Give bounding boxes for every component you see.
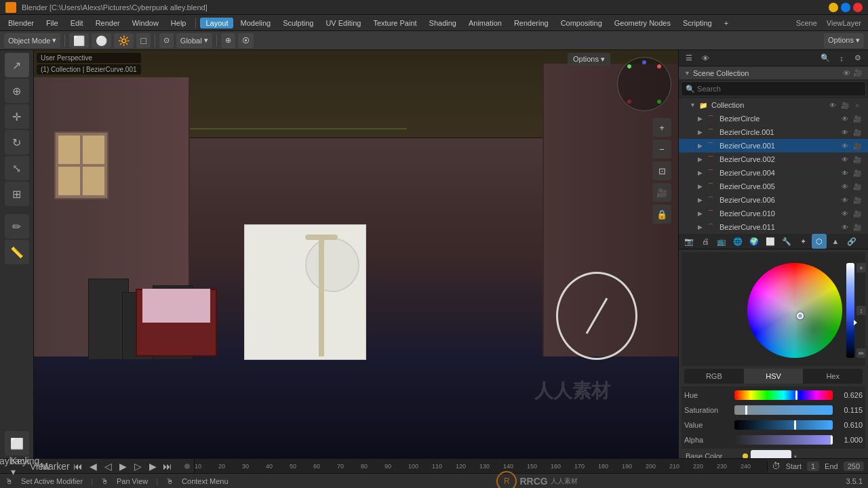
- item-cam-btn-9[interactable]: 🎥: [852, 222, 863, 232]
- viewport-options[interactable]: Options ▾: [568, 53, 610, 66]
- prop-icon-render[interactable]: 📷: [682, 234, 696, 249]
- viewport-shading-wireframe[interactable]: □: [136, 33, 150, 48]
- tab-rgb[interactable]: RGB: [684, 369, 744, 384]
- prop-icon-scene[interactable]: 🌐: [730, 234, 745, 249]
- item-eye-btn-4[interactable]: 👁: [840, 154, 850, 165]
- item-cam-btn-6[interactable]: 🎥: [852, 181, 863, 192]
- zoom-in-button[interactable]: +: [652, 118, 671, 137]
- gizmo-yn-axis[interactable]: [657, 100, 661, 104]
- hue-slider[interactable]: [734, 390, 833, 400]
- jump-end-button[interactable]: ⏭: [161, 461, 174, 472]
- outliner-item-beziercurve-004[interactable]: ▶ ⌒ BezierCurve.004 👁 🎥: [679, 166, 868, 180]
- menu-add-workspace[interactable]: +: [719, 18, 734, 28]
- outliner-icon-filter[interactable]: ☰: [682, 51, 696, 66]
- viewport-gizmos[interactable]: [617, 57, 671, 111]
- menu-sculpting[interactable]: Sculpting: [277, 18, 319, 28]
- item-cam-btn-7[interactable]: 🎥: [852, 195, 863, 205]
- item-cam-btn-3[interactable]: 🎥: [852, 140, 863, 151]
- start-value[interactable]: 1: [807, 462, 819, 471]
- viewport[interactable]: 人人素材 User Perspective (1) Collection | B…: [34, 50, 678, 458]
- collection-camera-btn[interactable]: 🎥: [840, 100, 850, 110]
- outliner-item-beziercircle-001[interactable]: ▶ ⌒ BezierCircle.001 👁 🎥: [679, 125, 868, 139]
- menu-texture-paint[interactable]: Texture Paint: [368, 18, 422, 28]
- base-color-dot[interactable]: [743, 453, 748, 459]
- gizmo-xn-axis[interactable]: [627, 100, 631, 104]
- overlay-options[interactable]: Options ▾: [824, 33, 864, 48]
- tab-hex[interactable]: Hex: [803, 369, 863, 384]
- item-eye-btn-7[interactable]: 👁: [840, 195, 850, 205]
- menu-render[interactable]: Render: [90, 18, 125, 28]
- prop-icon-output[interactable]: 🖨: [698, 234, 713, 249]
- close-button[interactable]: [853, 3, 863, 12]
- options-button[interactable]: Options ▾: [568, 53, 610, 66]
- item-eye-btn-3[interactable]: 👁: [840, 140, 850, 151]
- item-eye-btn-6[interactable]: 👁: [840, 181, 850, 192]
- item-cam-btn-4[interactable]: 🎥: [852, 154, 863, 165]
- proportional-edit[interactable]: ⦿: [238, 33, 254, 48]
- menu-rendering[interactable]: Rendering: [509, 18, 554, 28]
- base-color-more[interactable]: •: [794, 452, 804, 459]
- end-value[interactable]: 250: [844, 462, 864, 471]
- menu-animation[interactable]: Animation: [463, 18, 507, 28]
- color-wheel-outer[interactable]: + ↕ ✏: [747, 263, 842, 358]
- item-cam-btn-8[interactable]: 🎥: [852, 208, 863, 219]
- item-eye-btn-9[interactable]: 👁: [840, 222, 850, 232]
- outliner-item-beziercurve-005[interactable]: ▶ ⌒ BezierCurve.005 👁 🎥: [679, 180, 868, 193]
- outliner-item-beziercurve-010[interactable]: ▶ ⌒ BezierCurve.010 👁 🎥: [679, 207, 868, 220]
- gizmo-y-axis[interactable]: [627, 64, 631, 68]
- base-color-swatch[interactable]: [751, 450, 791, 459]
- sidebar-select-tool[interactable]: ↗: [5, 53, 29, 77]
- outliner-icon-search[interactable]: 🔍: [818, 51, 833, 66]
- color-extra-btn-3[interactable]: ✏: [856, 348, 866, 358]
- outliner-item-beziercurve-011[interactable]: ▶ ⌒ BezierCurve.011 👁 🎥: [679, 220, 868, 234]
- menu-file[interactable]: File: [41, 18, 64, 28]
- zoom-out-button[interactable]: −: [652, 140, 671, 159]
- prop-icon-modifier[interactable]: 🔧: [779, 234, 794, 249]
- gizmo-x-axis[interactable]: [657, 64, 661, 68]
- collection-eye-btn[interactable]: 👁: [827, 100, 838, 110]
- snap-toggle[interactable]: ⊕: [221, 33, 235, 48]
- item-cam-btn-2[interactable]: 🎥: [852, 127, 863, 138]
- item-eye-btn-2[interactable]: 👁: [840, 127, 850, 138]
- color-value-strip[interactable]: [846, 263, 854, 358]
- prop-icon-world[interactable]: 🌍: [747, 234, 762, 249]
- minimize-button[interactable]: [829, 3, 838, 12]
- prev-keyframe-button[interactable]: ◁: [102, 461, 114, 472]
- sidebar-transform-tool[interactable]: ⊞: [5, 182, 29, 206]
- prop-icon-constraints[interactable]: 🔗: [844, 234, 859, 249]
- prop-icon-view[interactable]: 📺: [714, 234, 729, 249]
- value-slider[interactable]: [734, 420, 833, 430]
- marker-dropdown[interactable]: Marker: [49, 461, 61, 472]
- menu-modeling[interactable]: Modeling: [235, 18, 276, 28]
- prop-icon-data[interactable]: ▲: [828, 234, 843, 249]
- menu-edit[interactable]: Edit: [65, 18, 89, 28]
- menu-layout[interactable]: Layout: [200, 18, 233, 28]
- scene-selector[interactable]: Scene: [792, 19, 821, 27]
- menu-help[interactable]: Help: [165, 18, 192, 28]
- sidebar-annotate-tool[interactable]: ✏: [5, 214, 29, 239]
- jump-start-button[interactable]: ⏮: [72, 461, 84, 472]
- color-extra-btn-2[interactable]: ↕: [856, 306, 866, 315]
- sidebar-cursor-tool[interactable]: ⊕: [5, 79, 29, 103]
- menu-blender[interactable]: Blender: [3, 18, 39, 28]
- outliner-icon-filter2[interactable]: ⚙: [850, 51, 865, 66]
- prop-icon-object[interactable]: ⬜: [763, 234, 778, 249]
- viewport-shading-rendered[interactable]: 🔆: [114, 33, 134, 48]
- play-button[interactable]: ▶: [117, 461, 129, 472]
- next-keyframe-button[interactable]: ▷: [132, 461, 144, 472]
- view-all-button[interactable]: ⊡: [652, 161, 671, 180]
- prop-icon-material[interactable]: ⬡: [812, 234, 827, 249]
- viewport-shading-solid[interactable]: ⬜: [69, 33, 89, 48]
- outliner-item-beziercurve-001[interactable]: ▶ ⌒ BezierCurve.001 👁 🎥: [679, 139, 868, 152]
- outliner-item-beziercurve-006[interactable]: ▶ ⌒ BezierCurve.006 👁 🎥: [679, 193, 868, 207]
- menu-geometry-nodes[interactable]: Geometry Nodes: [609, 18, 676, 28]
- timeline-track[interactable]: 10 20 30 40 50 60 70 80 90 100 110 120 1…: [195, 459, 767, 473]
- outliner-search-input[interactable]: [681, 81, 866, 96]
- sidebar-extra-tool[interactable]: ⬜: [5, 431, 29, 455]
- prop-icon-particles[interactable]: ✦: [795, 234, 810, 249]
- sidebar-rotate-tool[interactable]: ↻: [5, 130, 29, 155]
- mode-selector[interactable]: Object Mode ▾: [4, 33, 60, 48]
- menu-window[interactable]: Window: [127, 18, 164, 28]
- collection-render-btn[interactable]: ○: [852, 100, 863, 110]
- menu-compositing[interactable]: Compositing: [555, 18, 608, 28]
